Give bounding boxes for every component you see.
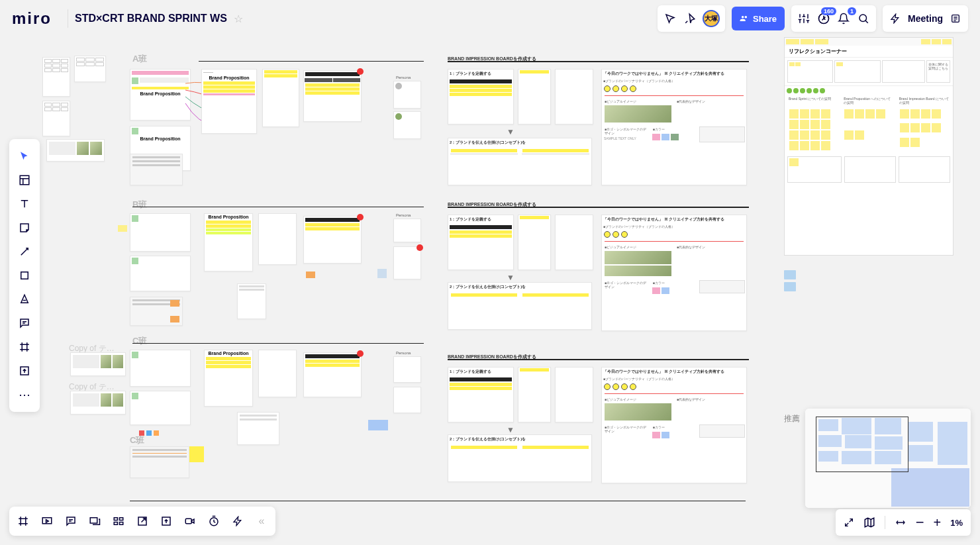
canvas-frame[interactable] [258,213,297,265]
sticky-note[interactable] [784,270,796,279]
lightning-icon[interactable] [888,11,903,26]
bi-creative-frame[interactable]: 「今日のワークではやりません」 ※ クリエイティブ方針を共有する ■ブランドのパ… [601,215,747,331]
bi-frame[interactable] [555,215,593,270]
voting-icon[interactable] [230,514,245,528]
canvas-frame[interactable]: Brand Proposition [130,69,191,121]
divider [68,9,68,28]
canvas-frame[interactable] [70,352,126,376]
reactions-icon[interactable] [683,11,697,26]
zoom-out-icon[interactable]: − [916,514,924,531]
canvas-frame[interactable] [130,256,191,291]
canvas-frame[interactable]: ——— Brand Proposition [201,69,257,134]
persona-frame[interactable] [393,81,421,109]
persona-frame[interactable] [393,111,421,139]
select-tool[interactable] [9,144,40,168]
canvas-frame[interactable]: Brand Proposition [204,350,253,407]
small-frame[interactable] [42,57,70,97]
miro-logo[interactable]: miro [12,9,52,28]
notif-badge: 1 [848,7,856,15]
bi-frame[interactable]: 2：ブランドを伝える仕掛け(コンセプト)を [448,282,592,330]
persona-frame[interactable] [393,356,421,383]
comments-icon[interactable] [64,514,78,528]
bi-creative-frame[interactable]: 「今日のワークではやりません」 ※ クリエイティブ方針を共有する ■ブランドのパ… [601,69,747,185]
sticky-note[interactable] [118,225,127,232]
bi-frame[interactable]: 1：ブランドを定義する [448,215,514,270]
agenda-icon[interactable] [948,11,963,26]
templates-tool[interactable] [9,168,40,192]
persona-frame[interactable] [393,387,421,413]
bi-frame[interactable] [555,69,593,124]
canvas-frame[interactable] [70,391,126,415]
user-avatar[interactable]: 大塚 [703,10,720,27]
map-toggle-icon[interactable] [863,517,875,528]
bi-frame[interactable]: 2：ブランドを伝える仕掛け(コンセプト)を [448,138,592,185]
small-frame[interactable] [42,101,70,136]
star-icon[interactable]: ☆ [234,13,243,25]
bi-frame[interactable] [518,367,551,422]
canvas-frame[interactable] [237,412,279,445]
frame-tool[interactable] [9,335,40,359]
frames-icon[interactable] [16,514,30,528]
canvas-frame[interactable] [130,391,191,425]
small-frame[interactable] [46,139,105,162]
sticky-note[interactable] [368,420,388,430]
shape-tool[interactable] [9,264,40,287]
text-block[interactable] [130,446,189,478]
more-tools[interactable]: ⋯ [9,383,40,407]
fullscreen-icon[interactable] [844,517,854,528]
bi-frame[interactable]: 1：ブランドを定義する [448,69,514,124]
bi-frame[interactable]: 1：ブランドを定義する [448,367,514,422]
activity-icon[interactable]: 160 [816,11,831,26]
pen-tool[interactable] [9,287,40,311]
text-tool[interactable] [9,192,40,216]
bi-frame[interactable]: 2：ブランドを伝える仕掛け(コンセプト)を [448,434,592,482]
canvas-frame[interactable] [130,213,191,252]
board-title[interactable]: STD×CRT BRAND SPRINT WS [75,13,227,25]
bi-creative-frame[interactable]: 「今日のワークではやりません」 ※ クリエイティブ方針を共有する ■ブランドのパ… [601,367,747,483]
zoom-in-icon[interactable]: + [934,515,942,530]
sticky-note[interactable] [784,282,796,291]
settings-icon[interactable] [797,11,811,26]
zoom-level[interactable]: 1% [950,518,963,528]
bi-frame[interactable] [518,215,551,270]
divider-line [132,343,424,344]
sticky-note[interactable] [189,446,204,462]
canvas-frame[interactable] [303,216,362,264]
sticky-note[interactable] [377,269,387,278]
canvas-frame[interactable] [303,352,362,397]
persona-frame[interactable] [393,246,421,279]
text-block[interactable] [130,297,183,326]
line-tool[interactable] [9,240,40,264]
search-icon[interactable] [856,11,871,26]
sticky-tool[interactable] [9,216,40,240]
reflection-panel[interactable]: リフレクションコーナー 全体に関する 質問はこちら Brand Sprint に… [784,37,954,256]
minimap[interactable] [805,409,971,508]
present-icon[interactable] [40,514,54,528]
sticky-note[interactable] [306,272,315,278]
bi-frame[interactable] [555,367,593,422]
canvas-frame[interactable]: Brand Proposition [204,213,253,272]
fit-icon[interactable] [895,517,906,528]
persona-frame[interactable] [393,219,421,242]
meeting-label[interactable]: Meeting [908,13,943,24]
embed-icon[interactable] [159,514,173,528]
timer-icon[interactable] [207,514,221,528]
canvas-frame[interactable] [262,69,299,127]
comment-tool[interactable] [9,311,40,335]
export-icon[interactable] [135,514,150,528]
bell-icon[interactable]: 1 [836,11,851,26]
text-block[interactable] [130,154,183,185]
canvas-frame[interactable] [237,283,266,319]
canvas-frame[interactable] [258,350,297,397]
small-frame[interactable] [74,56,106,82]
screenshare-icon[interactable] [87,514,102,528]
cards-icon[interactable] [111,514,126,528]
cursor-follow-icon[interactable] [663,11,677,26]
canvas-frame[interactable] [130,350,191,387]
video-icon[interactable] [183,514,197,528]
upload-tool[interactable] [9,359,40,383]
share-button[interactable]: Share [732,7,785,30]
bi-frame[interactable] [518,69,551,124]
collapse-icon[interactable]: « [254,514,269,528]
canvas-frame[interactable] [303,70,362,122]
